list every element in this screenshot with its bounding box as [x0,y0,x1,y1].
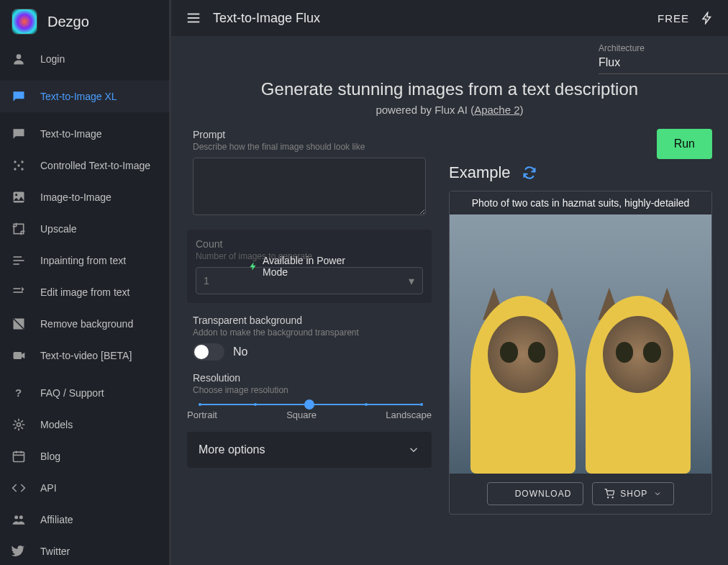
twitter-icon [12,544,26,559]
shop-button[interactable]: SHOP [592,482,674,505]
chevron-down-icon [407,443,420,456]
sidebar-item-label: Twitter [40,546,70,557]
download-icon [499,489,509,499]
sidebar-item-upscale[interactable]: Upscale [0,213,169,245]
models-icon [12,417,26,432]
svg-rect-8 [14,224,23,233]
resolution-slider[interactable] [199,404,420,405]
example-card: Photo of two cats in hazmat suits, highl… [449,191,712,515]
brand[interactable]: Dezgo [0,0,169,43]
svg-point-24 [19,515,23,519]
svg-point-4 [21,168,23,170]
sidebar-item-image-to-image[interactable]: Image-to-Image [0,181,169,213]
sidebar-item-label: Controlled Text-to-Image [40,160,150,171]
slider-thumb[interactable] [304,399,314,410]
list-icon [12,253,26,268]
remove-bg-icon [12,317,26,331]
svg-rect-6 [14,192,24,203]
message-icon [12,127,26,141]
brand-logo [12,9,37,35]
sidebar-item-label: FAQ / Support [40,387,104,399]
main: Text-to-Image Flux FREE Architecture Flu… [171,0,728,565]
transparent-label: Transparent background [193,315,426,326]
edit-icon [12,285,26,299]
code-icon [12,481,26,495]
svg-rect-9 [14,256,22,258]
svg-rect-19 [14,452,24,461]
prompt-label: Prompt [193,129,426,140]
sidebar-item-inpainting[interactable]: Inpainting from text [0,245,169,276]
cart-icon [604,489,614,499]
transparent-toggle[interactable] [193,343,224,361]
sidebar: Dezgo Login Text-to-Image XL Text-to-Ima… [0,0,171,565]
sidebar-item-label: Models [40,419,73,430]
svg-text:?: ? [15,387,22,399]
svg-rect-26 [188,17,200,19]
resolution-option: Landscape [386,410,432,420]
run-button[interactable]: Run [657,129,712,159]
user-icon [12,52,26,66]
refresh-icon[interactable] [522,166,537,180]
sidebar-item-label: API [40,482,57,494]
chevron-down-icon [653,489,662,498]
sidebar-item-api[interactable]: API [0,472,169,504]
count-hint: Number of images to generate [196,251,423,261]
group-icon [12,512,26,527]
sidebar-item-faq[interactable]: ? FAQ / Support [0,377,169,409]
sidebar-item-affiliate[interactable]: Affiliate [0,504,169,535]
example-caption: Photo of two cats in hazmat suits, highl… [450,191,711,214]
transparent-field: Transparent background Addon to make the… [187,315,432,361]
sidebar-item-label: Edit image from text [40,286,130,298]
sidebar-item-controlled[interactable]: Controlled Text-to-Image [0,150,169,181]
resolution-hint: Choose image resolution [193,385,426,395]
sidebar-item-label: Text-to-Image XL [40,91,117,102]
transparent-hint: Addon to make the background transparent [193,327,426,338]
more-options-label: More options [199,443,265,456]
count-label: Count [196,238,423,250]
sidebar-item-blog[interactable]: Blog [0,440,169,472]
sidebar-item-label: Blog [40,451,60,462]
resolution-label: Resolution [193,372,426,384]
sidebar-item-twitter[interactable]: Twitter [0,535,169,565]
crop-icon [12,222,26,236]
sidebar-item-models[interactable]: Models [0,409,169,440]
svg-rect-27 [188,22,200,23]
count-select[interactable]: 1 [196,267,423,294]
more-options-button[interactable]: More options [187,432,432,468]
svg-point-1 [14,161,16,163]
example-image[interactable] [450,214,711,474]
page-title: Text-to-Image Flux [213,11,646,26]
architecture-value: Flux [599,56,716,69]
hero-subtext: powered by Flux AI (Apache 2) [187,104,712,116]
sidebar-item-label: Text-to-Image [40,128,102,140]
svg-point-2 [21,161,23,163]
svg-rect-12 [14,288,21,289]
svg-point-0 [17,54,22,59]
license-link[interactable]: Apache 2 [474,104,519,116]
download-button[interactable]: DOWNLOAD [487,482,584,505]
sidebar-item-text-to-image-xl[interactable]: Text-to-Image XL [0,81,169,112]
architecture-field[interactable]: Architecture Flux [599,43,728,74]
hamburger-icon[interactable] [186,10,201,26]
sidebar-item-remove-bg[interactable]: Remove background [0,308,169,340]
bolt-icon[interactable] [701,12,714,24]
resolution-field: Resolution Choose image resolution Portr… [187,372,432,420]
architecture-label: Architecture [599,43,716,53]
sidebar-item-label: Image-to-Image [40,191,112,203]
topbar: Text-to-Image Flux FREE [171,0,728,36]
svg-rect-25 [188,14,200,15]
form-column: Prompt Describe how the final image shou… [187,129,432,515]
sidebar-item-text-to-image[interactable]: Text-to-Image [0,118,169,150]
prompt-input[interactable] [193,158,426,215]
sidebar-item-label: Inpainting from text [40,255,126,266]
sidebar-item-text-to-video[interactable]: Text-to-video [BETA] [0,340,169,371]
svg-point-28 [608,497,609,498]
brand-name: Dezgo [47,14,89,30]
prompt-field: Prompt Describe how the final image shou… [187,129,432,218]
free-label: FREE [658,12,689,24]
sidebar-login[interactable]: Login [0,43,169,75]
hero-heading: Generate stunning images from a text des… [187,79,712,99]
count-field: Count Number of images to generate 1 Ava… [187,230,432,303]
svg-rect-11 [14,263,19,265]
sidebar-item-edit-image[interactable]: Edit image from text [0,276,169,308]
